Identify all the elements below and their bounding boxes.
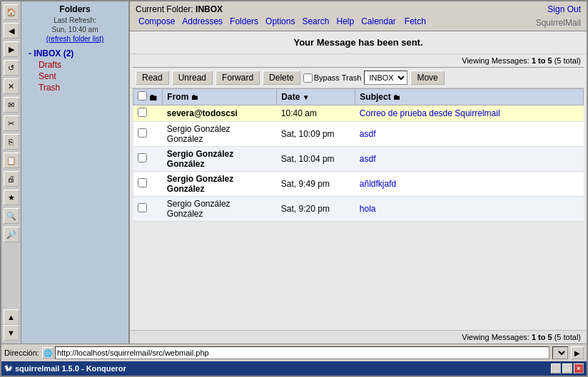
folder-drafts[interactable]: Drafts (24, 59, 126, 71)
print-icon[interactable]: 🖨 (4, 171, 19, 187)
message-sent-notification: Your Message has been sent. (130, 31, 587, 54)
sign-out-link[interactable]: Sign Out (547, 4, 581, 14)
viewing-bottom: Viewing Messages: 1 to 5 (5 total) (130, 330, 587, 344)
copy-icon[interactable]: ⎘ (4, 134, 19, 150)
cell-from-0: severa@todoscsi (163, 105, 277, 122)
cell-subject-4: hola (355, 197, 584, 222)
scroll-up-icon[interactable]: ▲ (4, 309, 19, 325)
subject-link-3[interactable]: añldfkjafd (360, 179, 396, 189)
search-icon[interactable]: 🔍 (4, 208, 19, 224)
cell-from-1: Sergio GonzálezGonzález (163, 122, 277, 147)
select-all-checkbox[interactable] (138, 91, 147, 100)
table-row: Sergio GonzálezGonzálezSat, 10:09 pmasdf (133, 122, 584, 147)
stop-icon[interactable]: ✕ (4, 78, 19, 94)
delete-button[interactable]: Delete (263, 71, 300, 85)
nav-addresses[interactable]: Addresses (179, 16, 225, 26)
nav-calendar[interactable]: Calendar (358, 16, 399, 26)
address-input[interactable] (55, 346, 549, 359)
bypass-trash-label: Bypass Trash (303, 73, 362, 83)
row-checkbox-0[interactable] (138, 108, 147, 117)
bypass-trash-checkbox[interactable] (303, 73, 313, 83)
content-header: Current Folder: INBOX Sign Out Compose A… (130, 1, 587, 31)
home-icon[interactable]: 🏠 (4, 4, 19, 20)
viewing-top: Viewing Messages: 1 to 5 (5 total) (462, 56, 581, 65)
table-row: Sergio GonzálezGonzálezSat, 9:49 pmañldf… (133, 172, 584, 197)
row-checkbox-2[interactable] (138, 153, 147, 162)
cell-subject-3: añldfkjafd (355, 172, 584, 197)
message-table: 🖿 From 🖿 Date ▼ (133, 88, 584, 222)
cell-date-0: 10:40 am (277, 105, 355, 122)
refresh-link[interactable]: (refresh folder list) (46, 35, 104, 43)
cell-date-2: Sat, 10:04 pm (277, 147, 355, 172)
cell-from-2: Sergio GonzálezGonzález (163, 147, 277, 172)
header-subject[interactable]: Subject 🖿 (355, 89, 584, 105)
paste-icon[interactable]: 📋 (4, 153, 19, 168)
table-header-row: 🖿 From 🖿 Date ▼ (133, 89, 584, 105)
subject-link-4[interactable]: hola (360, 204, 376, 214)
table-row: Sergio GonzálezGonzálezSat, 9:20 pmhola (133, 197, 584, 222)
table-row: severa@todoscsi10:40 amCorreo de prueba … (133, 105, 584, 122)
title-bar: 🐿 squirrelmail 1.5.0 - Konqueror _ □ × (1, 361, 587, 376)
scroll-down-icon[interactable]: ▼ (4, 325, 19, 341)
cell-date-3: Sat, 9:49 pm (277, 172, 355, 197)
back-icon[interactable]: ◀ (4, 23, 19, 38)
nav-search[interactable]: Search (299, 16, 332, 26)
unread-button[interactable]: Unread (172, 71, 213, 85)
reload-icon[interactable]: ↺ (4, 60, 19, 76)
window-title: squirrelmail 1.5.0 - Konqueror (15, 364, 126, 373)
from-col-icon: 🖿 (149, 93, 158, 103)
table-row: Sergio GonzálezGonzálezSat, 10:04 pmasdf (133, 147, 584, 172)
cell-from-4: Sergio GonzálezGonzález (163, 197, 277, 222)
read-button[interactable]: Read (136, 71, 169, 85)
date-sort-icon: ▼ (303, 93, 310, 101)
maximize-button[interactable]: □ (562, 363, 572, 373)
address-bar: Dirección: 🌐 ▶ (1, 344, 587, 361)
nav-help[interactable]: Help (333, 16, 357, 26)
message-table-container: 🖿 From 🖿 Date ▼ (130, 88, 587, 330)
title-icon: 🐿 (4, 364, 12, 373)
bookmark-icon[interactable]: ★ (4, 190, 19, 205)
subject-sort-icon: 🖿 (393, 93, 400, 101)
subject-link-0[interactable]: Correo de prueba desde Squirrelmail (360, 108, 500, 118)
folder-select-dropdown[interactable]: INBOX (364, 71, 407, 85)
row-checkbox-3[interactable] (138, 178, 147, 187)
cell-from-3: Sergio GonzálezGonzález (163, 172, 277, 197)
cell-subject-1: asdf (355, 122, 584, 147)
nav-folders[interactable]: Folders (227, 16, 261, 26)
content-pane: Current Folder: INBOX Sign Out Compose A… (130, 1, 587, 344)
nav-compose[interactable]: Compose (136, 16, 178, 26)
compose-icon[interactable]: ✉ (4, 97, 19, 113)
nav-menu: Compose Addresses Folders Options Search… (136, 16, 429, 26)
header-date[interactable]: Date ▼ (277, 89, 355, 105)
folder-panel: Folders Last Refresh: Sun, 10:40 am (ref… (21, 1, 128, 344)
subject-link-2[interactable]: asdf (360, 154, 376, 164)
address-go-button[interactable]: ▶ (571, 346, 584, 359)
subject-link-1[interactable]: asdf (360, 129, 376, 139)
minimize-button[interactable]: _ (551, 363, 561, 373)
address-dropdown[interactable] (552, 346, 568, 359)
folders-title: Folders (24, 4, 126, 14)
header-checkbox-col: 🖿 (133, 89, 163, 105)
cell-date-4: Sat, 9:20 pm (277, 197, 355, 222)
folder-refresh: Last Refresh: Sun, 10:40 am (refresh fol… (24, 16, 126, 43)
forward-icon[interactable]: ▶ (4, 41, 19, 57)
folder-inbox[interactable]: - INBOX (2) (24, 48, 126, 59)
row-checkbox-1[interactable] (138, 128, 147, 138)
nav-options[interactable]: Options (263, 16, 298, 26)
row-checkbox-4[interactable] (138, 203, 147, 212)
cell-subject-2: asdf (355, 147, 584, 172)
cell-subject-0: Correo de prueba desde Squirrelmail (355, 105, 584, 122)
folder-trash[interactable]: Trash (24, 82, 126, 93)
cell-date-1: Sat, 10:09 pm (277, 122, 355, 147)
move-button[interactable]: Move (410, 71, 444, 85)
current-folder-text: Current Folder: INBOX (136, 4, 223, 14)
cut-icon[interactable]: ✂ (4, 115, 19, 131)
forward-button[interactable]: Forward (216, 71, 260, 85)
close-button[interactable]: × (574, 363, 584, 373)
squirrelmail-brand: SquirrelMail (536, 16, 581, 29)
nav-fetch[interactable]: Fetch (402, 16, 429, 26)
header-from[interactable]: From 🖿 (163, 89, 277, 105)
folder-sent[interactable]: Sent (24, 71, 126, 82)
folder-name: INBOX (196, 4, 223, 14)
zoom-icon[interactable]: 🔎 (4, 227, 19, 242)
